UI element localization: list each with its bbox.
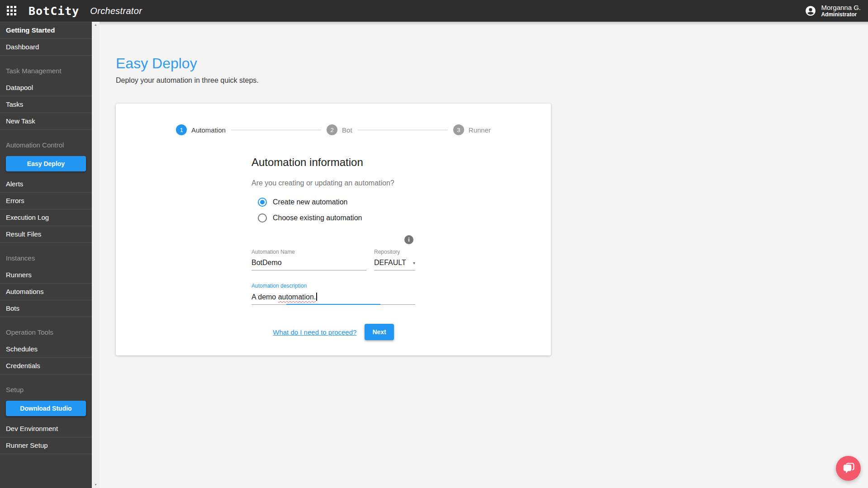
radio-create-label: Create new automation <box>273 198 347 206</box>
botcity-logo[interactable]: BotCity <box>28 5 79 18</box>
repository-label: Repository <box>374 249 415 255</box>
account-circle-icon <box>805 5 816 17</box>
sidebar-section-setup: Setup <box>0 374 92 398</box>
top-app-bar: BotCity Orchestrator Morganna G. Adminis… <box>0 0 868 22</box>
sidebar-item-errors[interactable]: Errors <box>0 193 92 209</box>
automation-description-input[interactable]: A demo automation. <box>251 293 415 305</box>
sidebar-scrollbar[interactable]: ▲ ▼ <box>92 22 100 488</box>
automation-name-label: Automation Name <box>251 249 366 255</box>
sidebar-item-schedules[interactable]: Schedules <box>0 341 92 358</box>
step-2-label: Bot <box>342 126 352 134</box>
user-menu[interactable]: Morganna G. Administrator <box>805 4 861 18</box>
radio-selected-icon <box>258 198 267 207</box>
automation-description-field[interactable]: Automation description A demo automation… <box>251 283 415 305</box>
stepper: 1 Automation 2 Bot 3 Runner <box>176 104 491 135</box>
step-automation: 1 Automation <box>176 124 226 135</box>
step-2-circle: 2 <box>327 124 337 135</box>
sidebar-item-credentials[interactable]: Credentials <box>0 358 92 374</box>
sidebar-item-dev-environment[interactable]: Dev Environment <box>0 421 92 437</box>
sidebar-item-dashboard[interactable]: Dashboard <box>0 39 92 56</box>
automation-name-input[interactable]: BotDemo <box>251 259 366 270</box>
sidebar-item-result-files[interactable]: Result Files <box>0 226 92 243</box>
sidebar-item-bots[interactable]: Bots <box>0 300 92 317</box>
main-content: Easy Deploy Deploy your automation in th… <box>100 22 868 488</box>
radio-choose-label: Choose existing automation <box>273 214 362 222</box>
chat-bubble-icon <box>842 462 855 475</box>
form-question: Are you creating or updating an automati… <box>251 179 415 187</box>
stepper-connector <box>358 130 448 130</box>
sidebar-item-alerts[interactable]: Alerts <box>0 176 92 193</box>
easy-deploy-card: 1 Automation 2 Bot 3 Runner Automation i… <box>116 104 551 355</box>
download-studio-button[interactable]: Download Studio <box>6 401 86 416</box>
focus-underline <box>286 304 380 305</box>
sidebar-section-automation-control: Automation Control <box>0 130 92 154</box>
chat-bubble-button[interactable] <box>836 456 861 481</box>
step-1-label: Automation <box>191 126 226 134</box>
info-icon[interactable]: i <box>404 235 413 244</box>
description-text: A demo <box>251 293 278 301</box>
sidebar-section-operation-tools: Operation Tools <box>0 317 92 341</box>
sidebar-item-getting-started[interactable]: Getting Started <box>0 22 92 39</box>
page-title: Easy Deploy <box>116 55 868 72</box>
automation-name-field[interactable]: Automation Name BotDemo <box>251 249 366 270</box>
user-name: Morganna G. <box>821 4 861 11</box>
step-3-circle: 3 <box>453 124 464 135</box>
sidebar-item-new-task[interactable]: New Task <box>0 113 92 130</box>
description-misspelled-text: automation. <box>278 293 316 301</box>
next-button[interactable]: Next <box>365 324 394 340</box>
sidebar-item-runners[interactable]: Runners <box>0 267 92 284</box>
automation-description-label: Automation description <box>251 283 415 289</box>
sidebar: Getting Started Dashboard Task Managemen… <box>0 22 92 488</box>
easy-deploy-button[interactable]: Easy Deploy <box>6 156 86 171</box>
step-1-circle: 1 <box>176 124 187 135</box>
step-3-label: Runner <box>469 126 491 134</box>
stepper-connector <box>231 130 321 130</box>
dropdown-caret-icon: ▾ <box>413 261 415 265</box>
scroll-down-icon[interactable]: ▼ <box>94 482 97 488</box>
help-link[interactable]: What do I need to proceed? <box>273 328 356 336</box>
repository-value: DEFAULT <box>374 259 406 267</box>
radio-choose-existing-automation[interactable]: Choose existing automation <box>258 213 415 223</box>
sidebar-item-runner-setup[interactable]: Runner Setup <box>0 437 92 454</box>
sidebar-item-execution-log[interactable]: Execution Log <box>0 209 92 226</box>
radio-unselected-icon <box>258 213 267 223</box>
apps-grid-icon[interactable] <box>7 6 17 16</box>
sidebar-item-datapool[interactable]: Datapool <box>0 80 92 96</box>
text-cursor <box>316 293 317 301</box>
step-bot: 2 Bot <box>327 124 352 135</box>
sidebar-section-instances: Instances <box>0 243 92 267</box>
repository-select[interactable]: DEFAULT ▾ <box>374 259 415 270</box>
radio-create-new-automation[interactable]: Create new automation <box>258 198 415 207</box>
step-runner: 3 Runner <box>453 124 491 135</box>
repository-field[interactable]: i Repository DEFAULT ▾ <box>374 249 415 270</box>
app-name: Orchestrator <box>90 6 142 16</box>
user-role: Administrator <box>821 12 861 18</box>
sidebar-item-automations[interactable]: Automations <box>0 284 92 300</box>
sidebar-section-task-management: Task Management <box>0 56 92 80</box>
scroll-up-icon[interactable]: ▲ <box>94 22 97 28</box>
form-heading: Automation information <box>251 156 415 169</box>
page-subtitle: Deploy your automation in three quick st… <box>116 76 868 85</box>
radio-group: Create new automation Choose existing au… <box>251 198 415 223</box>
sidebar-item-tasks[interactable]: Tasks <box>0 96 92 113</box>
